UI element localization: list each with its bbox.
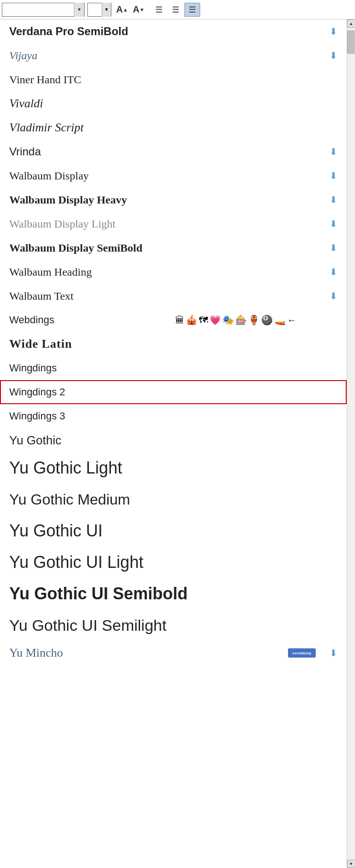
download-icon[interactable]: ⬇ [330, 242, 337, 253]
download-icon[interactable]: ⬇ [330, 170, 337, 181]
font-label: Yu Gothic UI Semibold [9, 584, 337, 603]
list-item[interactable]: Yu Gothic Light [0, 452, 347, 484]
scroll-track [347, 29, 355, 859]
font-label: Walbaum Heading [9, 266, 330, 278]
list-item[interactable]: Walbaum Display Light ⬇ [0, 212, 347, 236]
font-label: Yu Mincho [9, 646, 288, 660]
scroll-thumb[interactable] [347, 31, 355, 54]
download-icon[interactable]: ⬇ [330, 26, 337, 37]
font-label: Yu Gothic [9, 433, 337, 448]
list-item[interactable]: Wingdings 3 [0, 404, 347, 428]
font-label: Yu Gothic UI Light [9, 553, 337, 572]
download-icon[interactable]: ⬇ [330, 194, 337, 205]
font-label: Vrinda [9, 145, 330, 158]
align-left-button[interactable]: ☰ [151, 3, 167, 17]
font-label: Viner Hand ITC [9, 74, 337, 86]
align-center-button[interactable]: ☰ [168, 3, 184, 17]
font-list: Verdana Pro SemiBold ⬇ Vijaya ⬇ Viner Ha… [0, 19, 347, 868]
scroll-down-button[interactable]: ▼ [347, 860, 355, 868]
font-label: Vijaya [9, 49, 330, 62]
list-item[interactable]: Wingdings 2 [0, 380, 347, 404]
list-item[interactable]: Yu Gothic Medium [0, 484, 347, 515]
toolbar: Wingdings 2 ▼ 12 ▼ A▲ A▼ ☰ ☰ ☰ [0, 0, 355, 19]
font-label: Wingdings [9, 362, 337, 374]
list-item[interactable]: Viner Hand ITC [0, 68, 347, 92]
font-label: Webdings [9, 314, 171, 326]
list-item[interactable]: Yu Mincho exceldemy ⬇ [0, 641, 347, 665]
font-label: Verdana Pro SemiBold [9, 25, 330, 38]
scrollbar: ▲ ▼ [347, 19, 355, 868]
font-label: Yu Gothic Medium [9, 491, 337, 508]
list-item[interactable]: Vijaya ⬇ [0, 43, 347, 68]
font-name-dropdown[interactable]: Wingdings 2 ▼ [2, 3, 85, 17]
download-icon[interactable]: ⬇ [330, 218, 337, 229]
download-icon[interactable]: ⬇ [330, 647, 337, 659]
font-grow-button[interactable]: A▲ [114, 3, 130, 17]
font-label: Walbaum Text [9, 290, 330, 302]
align-right-button[interactable]: ☰ [184, 3, 200, 17]
font-size-dropdown[interactable]: 12 ▼ [87, 3, 111, 17]
font-label: Walbaum Display Light [9, 218, 330, 230]
font-label: Wide Latin [9, 337, 337, 351]
font-label: Vivaldi [9, 97, 337, 111]
list-item[interactable]: Vrinda ⬇ [0, 140, 347, 164]
download-icon[interactable]: ⬇ [330, 50, 337, 61]
download-icon[interactable]: ⬇ [330, 146, 337, 157]
font-size-arrow[interactable]: ▼ [102, 3, 111, 17]
font-label: Wingdings 2 [9, 386, 337, 398]
list-item[interactable]: Walbaum Display SemiBold ⬇ [0, 236, 347, 260]
download-icon[interactable]: ⬇ [330, 266, 337, 277]
list-item[interactable]: Walbaum Display ⬇ [0, 164, 347, 188]
font-label: Wingdings 3 [9, 410, 337, 422]
list-item[interactable]: Walbaum Heading ⬇ [0, 260, 347, 284]
list-item[interactable]: Yu Gothic [0, 428, 347, 452]
scroll-up-button[interactable]: ▲ [347, 19, 355, 28]
font-dropdown-arrow[interactable]: ▼ [74, 3, 84, 17]
font-label: Yu Gothic UI [9, 521, 337, 541]
list-item[interactable]: Yu Gothic UI Semilight [0, 609, 347, 641]
list-item[interactable]: Vivaldi [0, 92, 347, 116]
font-shrink-button[interactable]: A▼ [131, 3, 147, 17]
font-label: Walbaum Display SemiBold [9, 242, 330, 254]
download-icon[interactable]: ⬇ [330, 290, 337, 302]
list-item[interactable]: Webdings 🏛🎪🗺💗🎭🎰🏺🎱🚤← [0, 308, 347, 332]
list-item[interactable]: Vladimir Script [0, 116, 347, 140]
font-label: Vladimir Script [9, 121, 337, 135]
list-item[interactable]: Wide Latin [0, 332, 347, 356]
list-item[interactable]: Yu Gothic UI Semibold [0, 578, 347, 609]
list-item[interactable]: Wingdings [0, 356, 347, 380]
list-item[interactable]: Yu Gothic UI Light [0, 547, 347, 578]
list-item[interactable]: Verdana Pro SemiBold ⬇ [0, 19, 347, 43]
font-label: Walbaum Display [9, 170, 330, 182]
list-item[interactable]: Yu Gothic UI [0, 515, 347, 547]
font-label: Walbaum Display Heavy [9, 194, 330, 206]
font-name-input[interactable]: Wingdings 2 [2, 6, 74, 13]
list-item[interactable]: Walbaum Display Heavy ⬇ [0, 188, 347, 212]
exceldemy-logo: exceldemy [288, 648, 316, 658]
font-size-input[interactable]: 12 [88, 6, 102, 13]
font-label: Yu Gothic UI Semilight [9, 616, 337, 634]
list-item[interactable]: Walbaum Text ⬇ [0, 284, 347, 308]
webdings-sample: 🏛🎪🗺💗🎭🎰🏺🎱🚤← [175, 314, 337, 326]
font-label: Yu Gothic Light [9, 458, 337, 478]
